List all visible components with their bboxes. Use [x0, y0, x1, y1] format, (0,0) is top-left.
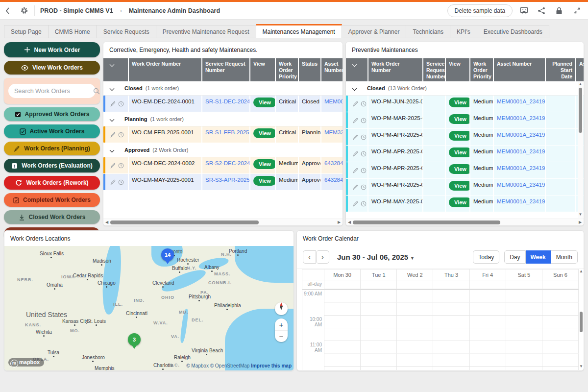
time-cell[interactable]	[324, 367, 361, 370]
vscroll-thumb[interactable]	[580, 312, 583, 332]
time-cell[interactable]	[361, 341, 397, 354]
history-clock-icon[interactable]	[361, 184, 367, 190]
time-cell[interactable]	[361, 328, 397, 341]
time-cell[interactable]	[397, 290, 433, 303]
time-cell[interactable]	[542, 354, 579, 367]
all-day-cell[interactable]	[542, 280, 579, 289]
corrective-hscrollbar[interactable]: ◀ ▶	[103, 219, 343, 225]
group-row-approved[interactable]: Approved(2 Work Order)	[103, 143, 343, 157]
time-cell[interactable]	[324, 316, 361, 328]
column-service-request-number[interactable]: Service Request Number	[423, 58, 446, 81]
column-work-order-number[interactable]: Work Order Number	[368, 58, 423, 81]
column-work-order-priority[interactable]: Work Order Priority	[470, 58, 494, 81]
view-button[interactable]: View	[253, 159, 276, 169]
view-button[interactable]: View	[253, 98, 276, 107]
closed-work-orders-button[interactable]: Closed Work Orders	[4, 210, 100, 224]
work-orders-planning-button[interactable]: Work Orders (Planning)	[4, 142, 100, 155]
edit-pencil-icon[interactable]	[110, 179, 116, 185]
tab-cmms-home[interactable]: CMMS Home	[49, 25, 97, 38]
history-clock-icon[interactable]	[361, 201, 367, 207]
group-row-closed[interactable]: Closed(1 work order)	[103, 81, 343, 96]
time-cell[interactable]	[470, 290, 506, 303]
tab-service-requests[interactable]: Service Requests	[97, 25, 156, 38]
work-orders-evaluation-button[interactable]: !Work Orders (Evaluation)	[4, 159, 100, 172]
time-cell[interactable]	[542, 290, 579, 303]
time-cell[interactable]	[470, 303, 506, 316]
tab-approver-planner[interactable]: Approver & Planner	[342, 25, 407, 38]
history-clock-icon[interactable]	[361, 101, 367, 107]
table-row[interactable]: WO-EM-DEC-2024-0001SR-S1-DEC-2024-0001Vi…	[103, 96, 343, 112]
column-asset-number[interactable]: Asset Number	[494, 58, 546, 81]
calendar-next-button[interactable]: ›	[316, 250, 329, 264]
edit-pencil-icon[interactable]	[353, 118, 359, 123]
back-chevron-icon[interactable]	[1, 4, 14, 17]
compass-control[interactable]	[275, 302, 288, 315]
asset-link[interactable]: MEM0001A_2341975009	[497, 198, 546, 204]
vscroll-thumb[interactable]	[579, 88, 582, 133]
time-cell[interactable]	[397, 303, 433, 316]
column-planned-start-date[interactable]: Planned Start Date	[546, 58, 576, 81]
time-cell[interactable]	[324, 328, 361, 341]
preventive-hscrollbar[interactable]: ◀ ▶	[346, 219, 584, 225]
zoom-out-button[interactable]: −	[275, 330, 288, 342]
column-asset-number[interactable]: Asset Number	[321, 58, 343, 81]
share-icon[interactable]	[535, 4, 548, 17]
column-view[interactable]: View	[250, 58, 276, 81]
time-cell[interactable]	[506, 354, 542, 367]
history-clock-icon[interactable]	[118, 163, 124, 169]
asset-link[interactable]: MEM325_34598774	[324, 129, 343, 135]
map-pin-14[interactable]: 14	[161, 248, 174, 264]
asset-link[interactable]: MEM0001A_2341975009	[497, 115, 546, 121]
edit-pencil-icon[interactable]	[353, 201, 359, 207]
time-cell[interactable]	[506, 303, 542, 316]
column-work-order-number[interactable]: Work Order Number	[129, 58, 202, 81]
history-clock-icon[interactable]	[118, 132, 124, 138]
service-request-link[interactable]: SR-S1-DEC-2024-0001	[205, 98, 250, 104]
time-cell[interactable]	[433, 354, 469, 367]
table-row[interactable]: WO-PM-APR-2025-0002ViewMediumMEM0001A_23…	[346, 146, 584, 162]
scroll-up-arrow-icon[interactable]: ▲	[579, 82, 583, 88]
tab-kpi-s[interactable]: KPI's	[450, 25, 477, 38]
history-clock-icon[interactable]	[361, 168, 367, 173]
time-cell[interactable]	[361, 354, 397, 367]
time-cell[interactable]	[542, 367, 579, 370]
time-cell[interactable]	[433, 290, 469, 303]
time-cell[interactable]	[361, 290, 397, 303]
active-work-orders-button[interactable]: Active Work Orders	[4, 124, 100, 138]
map[interactable]: Sioux FallsMadisonCedar RapidsOmahaChica…	[4, 246, 294, 370]
service-request-link[interactable]: SR-S2-DEC-2024-0002	[205, 160, 250, 166]
all-day-cell[interactable]	[470, 280, 506, 289]
view-button[interactable]: View	[253, 176, 276, 186]
table-row[interactable]: WO-PM-MAR-2025-0002ViewMediumMEM0001A_23…	[346, 112, 584, 129]
improve-map-link[interactable]: Improve this map	[251, 363, 292, 368]
service-request-link[interactable]: SR-S3-APR-2025-0001	[205, 177, 250, 183]
time-cell[interactable]	[542, 328, 579, 341]
expand-icon[interactable]	[570, 4, 583, 17]
hscroll-thumb[interactable]	[353, 220, 500, 224]
time-cell[interactable]	[397, 328, 433, 341]
view-button[interactable]: View	[449, 98, 470, 107]
scroll-down-arrow-icon[interactable]: ▼	[579, 364, 583, 368]
time-cell[interactable]	[397, 341, 433, 354]
edit-pencil-icon[interactable]	[110, 132, 116, 138]
view-button[interactable]: View	[253, 128, 276, 138]
time-cell[interactable]	[470, 354, 506, 367]
edit-pencil-icon[interactable]	[110, 163, 116, 169]
time-cell[interactable]	[361, 367, 397, 370]
search-work-orders-input[interactable]	[14, 88, 93, 95]
time-cell[interactable]	[506, 316, 542, 328]
calendar-vscrollbar[interactable]: ▲ ▼	[579, 269, 584, 368]
time-cell[interactable]	[506, 341, 542, 354]
history-clock-icon[interactable]	[361, 151, 367, 157]
table-row[interactable]: WO-CM-DEC-2024-0002SR-S2-DEC-2024-0002Vi…	[103, 157, 343, 174]
calendar-view-day[interactable]: Day	[504, 250, 525, 264]
asset-link[interactable]: MEM0001A_2341975009	[497, 148, 546, 154]
edit-pencil-icon[interactable]	[353, 168, 359, 173]
gear-icon[interactable]	[18, 4, 30, 17]
scroll-left-arrow-icon[interactable]: ◀	[103, 220, 110, 224]
service-request-link[interactable]: SR-S1-FEB-2025-0001	[205, 129, 250, 135]
new-work-order-button[interactable]: New Work Order	[4, 42, 100, 57]
asset-link[interactable]: MEM0001A_2341975009	[497, 165, 546, 171]
calendar-view-month[interactable]: Month	[551, 250, 578, 264]
history-clock-icon[interactable]	[118, 101, 124, 107]
